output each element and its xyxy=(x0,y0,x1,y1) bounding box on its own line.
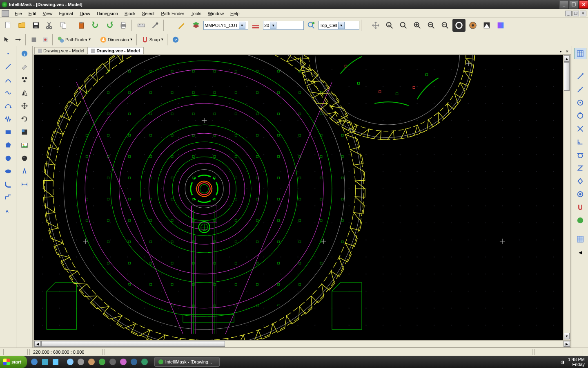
render-wireframe-button[interactable] xyxy=(466,19,479,32)
menu-select[interactable]: Select xyxy=(139,10,158,17)
menu-view[interactable]: View xyxy=(40,10,56,17)
ql-icon-2[interactable] xyxy=(40,357,50,367)
fill-tool[interactable] xyxy=(18,126,31,138)
linewidth-button[interactable] xyxy=(249,19,262,32)
tab-close-button[interactable]: ✕ xyxy=(564,49,570,54)
scroll-right-button[interactable]: ▶ xyxy=(564,341,570,347)
ql-icon-8[interactable] xyxy=(97,357,107,367)
pathfinder-dropdown[interactable]: PathFinder▼ xyxy=(56,36,93,43)
undo-button[interactable] xyxy=(89,19,102,32)
pan-button[interactable] xyxy=(369,19,382,32)
scroll-down-button[interactable]: ▼ xyxy=(564,333,570,339)
stop-button[interactable] xyxy=(29,34,39,45)
minimize-button[interactable]: _ xyxy=(559,0,568,9)
render-shaded-button[interactable] xyxy=(480,19,493,32)
zoom-previous-button[interactable] xyxy=(439,19,452,32)
menu-draw[interactable]: Draw xyxy=(76,10,94,17)
menu-edit[interactable]: Edit xyxy=(25,10,40,17)
snap-quadrant[interactable] xyxy=(574,110,586,121)
help-button[interactable]: ? xyxy=(170,34,181,45)
scroll-left-button[interactable]: ◀ xyxy=(34,341,41,347)
sphere-tool[interactable] xyxy=(18,153,31,164)
layers-button[interactable] xyxy=(189,19,203,32)
nodes-tool[interactable] xyxy=(18,74,31,85)
text-tool[interactable]: A xyxy=(2,205,14,216)
search-button[interactable] xyxy=(305,19,318,32)
dimension-arrows-tool[interactable] xyxy=(18,179,31,190)
bezier-tool[interactable] xyxy=(2,100,14,112)
spline-tool[interactable] xyxy=(2,87,14,99)
point-tool[interactable] xyxy=(2,48,14,59)
maximize-button[interactable]: ❐ xyxy=(569,0,578,9)
ql-icon-1[interactable] xyxy=(29,357,39,367)
mdi-system-icon[interactable] xyxy=(2,10,9,17)
print-button[interactable] xyxy=(117,19,130,32)
menu-tools[interactable]: Tools xyxy=(187,10,205,17)
ql-icon-5[interactable] xyxy=(65,357,75,367)
cut-button[interactable] xyxy=(43,19,56,32)
tab-pin-button[interactable]: ▾ xyxy=(558,49,564,54)
arc-tool[interactable] xyxy=(2,74,14,85)
wave-tool[interactable] xyxy=(2,113,14,125)
arrow-line-tool[interactable] xyxy=(13,34,24,45)
snap-center[interactable] xyxy=(574,97,586,108)
snap-endpoint[interactable] xyxy=(574,71,586,82)
ql-icon-10[interactable] xyxy=(118,357,128,367)
zoom-extents-button[interactable] xyxy=(452,19,466,32)
ellipse-tool[interactable] xyxy=(2,166,14,177)
grid-toggle[interactable] xyxy=(574,48,586,59)
measure-button[interactable] xyxy=(135,19,148,32)
zoom-fit-button[interactable]: ± xyxy=(383,19,396,32)
ql-icon-3[interactable] xyxy=(51,357,60,367)
snap-dropdown[interactable]: Snap▼ xyxy=(140,36,166,43)
tray-expand-icon[interactable]: ◑ xyxy=(561,359,565,365)
snap-on[interactable] xyxy=(574,215,586,226)
start-button[interactable]: start xyxy=(0,356,27,368)
close-button[interactable]: ✕ xyxy=(579,0,588,9)
snap-intersection[interactable] xyxy=(574,123,586,135)
line-tool[interactable] xyxy=(2,61,14,72)
redo-button[interactable] xyxy=(103,19,116,32)
scroll-thumb[interactable] xyxy=(41,341,225,347)
open-button[interactable] xyxy=(16,19,29,32)
zoom-out-button[interactable] xyxy=(425,19,438,32)
snap-perpendicular[interactable] xyxy=(574,136,586,148)
save-button[interactable] xyxy=(29,19,42,32)
mdi-minimize-button[interactable]: _ xyxy=(565,11,572,16)
copy-button[interactable] xyxy=(57,19,70,32)
fillet-tool[interactable] xyxy=(2,179,14,190)
ql-icon-12[interactable] xyxy=(140,357,149,367)
layer-combo[interactable]: MMPOLY1_CUT▼ xyxy=(203,21,248,30)
step-tool[interactable] xyxy=(2,192,14,203)
menu-pathfinder[interactable]: Path Finder xyxy=(158,10,187,17)
rectangle-tool[interactable] xyxy=(2,126,14,138)
settings-button[interactable] xyxy=(149,19,162,32)
ql-icon-9[interactable] xyxy=(108,357,118,367)
taskbar-item-intellimask[interactable]: IntelliMask - [Drawing... xyxy=(154,357,220,367)
compass-tool[interactable] xyxy=(18,166,31,177)
drawing-canvas[interactable]: ▲ ▼ xyxy=(33,54,571,340)
circle-tool[interactable] xyxy=(2,153,14,164)
snap-nearest[interactable] xyxy=(574,162,586,174)
zoom-in-button[interactable] xyxy=(411,19,424,32)
mirror-tool[interactable] xyxy=(18,87,31,99)
record-button[interactable] xyxy=(40,34,51,45)
snap-insert[interactable] xyxy=(574,188,586,200)
tray-clock[interactable]: 1:48 PM Friday xyxy=(568,357,585,367)
vertical-scrollbar[interactable]: ▲ ▼ xyxy=(563,55,570,340)
horizontal-scrollbar[interactable]: ◀ ▶ xyxy=(33,340,571,348)
mdi-restore-button[interactable]: ❐ xyxy=(572,11,579,16)
snap-midpoint[interactable] xyxy=(574,84,586,95)
eraser-tool[interactable] xyxy=(18,61,31,72)
menu-help[interactable]: Help xyxy=(227,10,243,17)
menu-file[interactable]: File xyxy=(11,10,25,17)
snap-node[interactable] xyxy=(574,175,586,187)
polygon-tool[interactable] xyxy=(2,139,14,151)
dimension-dropdown[interactable]: Dimension▼ xyxy=(98,36,135,43)
pointer-tool[interactable] xyxy=(2,34,12,45)
snap-grid[interactable] xyxy=(574,233,586,245)
snap-less-button[interactable]: ◀ xyxy=(574,247,586,258)
ql-icon-6[interactable] xyxy=(76,357,86,367)
scroll-up-button[interactable]: ▲ xyxy=(564,55,570,62)
snap-tangent[interactable] xyxy=(574,149,586,161)
